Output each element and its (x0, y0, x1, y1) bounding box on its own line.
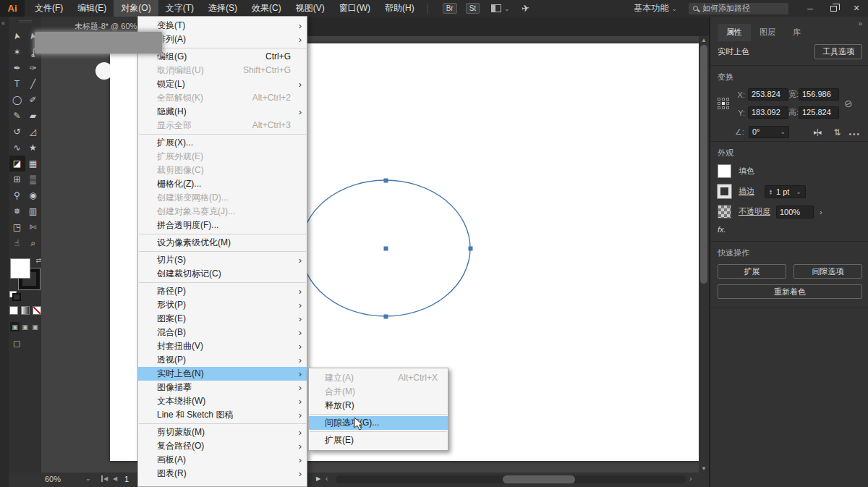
perspective-grid-tool[interactable]: ▦ (25, 156, 41, 171)
mesh-tool[interactable]: ⊞ (9, 171, 25, 187)
draw-inside-icon[interactable]: ▣ (30, 322, 40, 331)
ref-point-dot[interactable] (726, 102, 729, 105)
opacity-swatch[interactable] (718, 205, 731, 219)
toolbar-grip[interactable] (19, 20, 32, 22)
menu-item-27[interactable]: 封套扭曲(V)› (138, 339, 307, 353)
next-artboard-icon[interactable]: ▶ (316, 475, 320, 482)
toolbar-collapse-icon[interactable]: « (1, 20, 5, 27)
zoom-tool[interactable]: ⌕ (25, 235, 41, 251)
menu-item-29[interactable]: 实时上色(N)› (138, 367, 307, 381)
draw-behind-icon[interactable]: ▣ (20, 322, 30, 331)
anchor-right[interactable] (469, 247, 473, 251)
default-fill-stroke-icon[interactable] (9, 291, 17, 297)
width-field[interactable]: 156.986 (799, 88, 839, 101)
panel-tab-2[interactable]: 图层 (751, 24, 784, 41)
close-button[interactable]: ✕ (845, 0, 868, 17)
ref-point-dot[interactable] (726, 98, 729, 101)
draw-normal-icon[interactable]: ▣ (10, 322, 20, 331)
type-tool[interactable]: T (9, 76, 25, 92)
anchor-top[interactable] (384, 179, 388, 183)
screen-mode-icon[interactable]: ▢ (13, 339, 41, 348)
color-button[interactable] (9, 306, 18, 315)
fill-swatch[interactable] (10, 258, 30, 279)
first-artboard-icon[interactable]: ◀ (101, 475, 108, 482)
menu-item-26[interactable]: 混合(B)› (138, 326, 307, 339)
horizontal-scrollbar[interactable] (336, 475, 686, 483)
none-button[interactable] (33, 306, 41, 315)
paintbrush-tool[interactable]: ✐ (25, 92, 41, 108)
recolor-button[interactable]: 重新着色 (718, 284, 862, 299)
menu-item-31[interactable]: 文本绕排(W)› (138, 394, 307, 408)
stepper-arrows-icon[interactable]: ▲▼ (769, 189, 773, 195)
scroll-right-icon[interactable]: › (689, 474, 692, 483)
help-search-input[interactable]: 如何添加路径 (689, 3, 788, 14)
center-point[interactable] (384, 247, 388, 251)
menu-item-36[interactable]: 画板(A)› (138, 453, 307, 467)
menubar-item-3[interactable]: 对象(O) (114, 0, 158, 17)
menu-item-13[interactable]: 栅格化(Z)... (138, 177, 307, 191)
menubar-item-8[interactable]: 窗口(W) (332, 0, 378, 17)
link-dimensions-icon[interactable]: ⊘ (838, 95, 859, 112)
zoom-level[interactable]: 60% (45, 475, 61, 483)
fill-color-swatch[interactable] (718, 164, 731, 178)
ref-point-dot[interactable] (718, 106, 720, 109)
scroll-left-icon[interactable]: ‹ (326, 474, 328, 483)
expand-button[interactable]: 扩展 (718, 264, 786, 279)
share-rocket-icon[interactable]: ✈ (521, 2, 530, 14)
previous-artboard-icon[interactable]: ◀ (113, 475, 117, 482)
gap-options-button[interactable]: 间隙选项 (793, 264, 862, 279)
menubar-item-1[interactable]: 文件(F) (27, 0, 70, 17)
stroke-label[interactable]: 描边 (739, 186, 754, 197)
eraser-tool[interactable]: ▰ (25, 108, 41, 124)
workspace-chevron-icon[interactable]: ⌄ (671, 5, 677, 12)
shaper-tool[interactable]: ✎ (9, 108, 25, 124)
symbol-sprayer-tool[interactable]: ✵ (9, 203, 25, 219)
x-field[interactable]: 253.824 (748, 88, 788, 101)
artboard-number[interactable]: 1 (124, 475, 129, 483)
tool-options-button[interactable]: 工具选项 (814, 44, 862, 59)
ellipse-tool[interactable]: ◯ (9, 92, 25, 108)
menu-item-34[interactable]: 剪切蒙版(M)› (138, 425, 307, 439)
height-field[interactable]: 125.824 (799, 106, 839, 119)
swap-fill-stroke-icon[interactable]: ⇄ (35, 257, 41, 264)
menu-item-30[interactable]: 图像描摹› (138, 381, 307, 394)
ref-point-dot[interactable] (726, 106, 729, 109)
selection-tool[interactable]: ➤ (9, 28, 25, 44)
opacity-label[interactable]: 不透明度 (739, 206, 770, 217)
ref-point-dot[interactable] (718, 98, 720, 101)
angle-dropdown-icon[interactable]: ⌄ (780, 127, 786, 137)
gradient-button[interactable] (21, 306, 30, 315)
menu-item-7[interactable]: 隐藏(H)› (138, 105, 307, 119)
workspace-switcher[interactable]: 基本功能 (634, 2, 668, 14)
menu-item-37[interactable]: 图表(R)› (138, 467, 307, 480)
opacity-more-icon[interactable]: › (820, 208, 822, 216)
column-graph-tool[interactable]: ▥ (25, 203, 41, 219)
menu-item-0[interactable]: 变换(T)› (138, 19, 307, 33)
menu-item-28[interactable]: 透视(P)› (138, 353, 307, 367)
arrange-documents-chevron-icon[interactable]: ⌄ (504, 5, 510, 12)
menu-item-5[interactable]: 锁定(L)› (138, 77, 307, 91)
rotate-tool[interactable]: ↺ (9, 124, 25, 140)
menu-item-2[interactable]: 释放(R) (309, 399, 448, 412)
fx-effects-icon[interactable]: fx. (718, 225, 862, 234)
arrange-documents-icon[interactable] (491, 4, 501, 12)
reference-point-locator[interactable] (718, 98, 735, 109)
bridge-button[interactable]: Br (443, 3, 457, 14)
panel-tab-1[interactable]: 属性 (718, 24, 751, 41)
slice-tool[interactable]: ✄ (25, 219, 41, 235)
menu-item-20[interactable]: 切片(S)› (138, 253, 307, 267)
ref-point-dot[interactable] (722, 106, 725, 109)
magic-wand-tool[interactable]: ✶ (9, 44, 25, 60)
transform-more-options-icon[interactable]: ••• (848, 130, 861, 138)
menu-item-24[interactable]: 形状(P)› (138, 298, 307, 312)
hand-tool[interactable]: ☝ (9, 235, 25, 251)
stock-button[interactable]: St (466, 3, 480, 14)
ref-point-dot[interactable] (722, 98, 725, 101)
scale-tool[interactable]: ◿ (25, 124, 41, 140)
menubar-item-5[interactable]: 选择(S) (201, 0, 244, 17)
ref-point-dot[interactable] (722, 102, 725, 105)
angle-field[interactable]: 0° ⌄ (749, 126, 789, 138)
menubar-item-7[interactable]: 视图(V) (289, 0, 332, 17)
menubar-item-9[interactable]: 帮助(H) (378, 0, 422, 17)
menubar-item-6[interactable]: 效果(C) (244, 0, 289, 17)
